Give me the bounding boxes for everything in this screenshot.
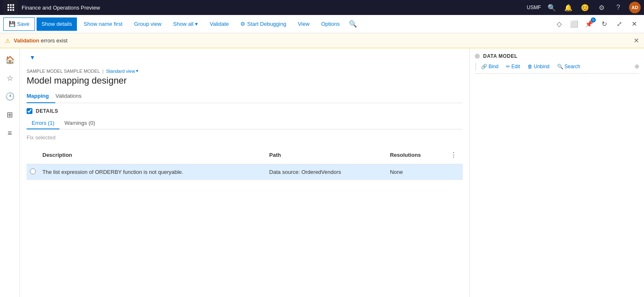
filter-icon[interactable]: ▼ <box>27 52 38 63</box>
sidebar-grid-icon[interactable]: ⊞ <box>2 106 18 123</box>
svg-rect-6 <box>7 9 9 11</box>
details-header: DETAILS <box>27 108 463 114</box>
warning-icon: ⚠ <box>5 37 10 44</box>
edit-icon: ✏ <box>506 64 510 69</box>
fix-selected-button[interactable]: Fix selected <box>27 133 463 142</box>
options-button[interactable]: Options <box>316 17 345 31</box>
svg-rect-4 <box>10 7 12 8</box>
search-button[interactable]: 🔍 Search <box>554 62 584 71</box>
close-icon[interactable]: ✕ <box>627 17 641 31</box>
tab-warnings[interactable]: Warnings (0) <box>59 117 100 129</box>
svg-rect-1 <box>10 4 12 6</box>
refresh-icon[interactable]: ↻ <box>597 17 611 31</box>
search-icon[interactable]: 🔍 <box>546 2 558 13</box>
title-bar-right: USMF 🔍 🔔 😊 ⚙ ? AD <box>527 2 641 13</box>
table-menu-button[interactable]: ⋮ <box>448 149 459 161</box>
unbind-icon: 🗑 <box>528 64 533 69</box>
app-title: Finance and Operations Preview <box>22 5 523 11</box>
validation-text: Validation errors exist <box>14 37 67 44</box>
command-bar: 💾 Save Show details Show name first Grou… <box>0 15 644 33</box>
row-path: Data source: OrderedVendors <box>266 164 387 180</box>
row-resolutions: None <box>387 164 444 180</box>
search-icon: 🔍 <box>557 64 563 69</box>
row-menu-cell <box>444 164 463 180</box>
tab-mapping[interactable]: Mapping <box>27 89 55 103</box>
row-radio[interactable] <box>30 168 36 174</box>
row-description: The list expression of ORDERBY function … <box>39 164 266 180</box>
group-view-button[interactable]: Group view <box>129 17 167 31</box>
details-checkbox[interactable] <box>27 108 32 114</box>
notifications-icon[interactable]: 🔔 <box>563 2 574 13</box>
page-title: Model mapping designer <box>27 75 463 86</box>
save-icon: 💾 <box>9 21 15 27</box>
user-icon[interactable]: 😊 <box>579 2 591 13</box>
page-header: SAMPLE MODEL SAMPLE MODEL | Standard vie… <box>20 63 469 89</box>
data-model-toolbar: 🔗 Bind ✏ Edit 🗑 Unbind 🔍 Search <box>475 62 639 74</box>
user-code: USMF <box>527 5 541 10</box>
main-layout: 🏠 ☆ 🕐 ⊞ ≡ ▼ SAMPLE MODEL SAMPLE MODEL | … <box>0 48 644 297</box>
pin-icon[interactable]: 📌 0 <box>582 17 596 31</box>
grid-menu-button[interactable] <box>3 0 18 15</box>
validate-button[interactable]: Validate <box>205 17 234 31</box>
svg-rect-5 <box>12 7 14 8</box>
svg-rect-7 <box>10 9 12 11</box>
link-icon: 🔗 <box>481 64 487 69</box>
breadcrumb: SAMPLE MODEL SAMPLE MODEL | Standard vie… <box>27 68 463 74</box>
toolbar-search-icon[interactable]: 🔍 <box>346 17 360 31</box>
debug-icon: ⚙ <box>240 21 245 27</box>
svg-rect-0 <box>7 4 9 6</box>
row-radio-cell <box>27 164 39 180</box>
data-model-dot-left <box>475 54 480 59</box>
bind-button[interactable]: 🔗 Bind <box>478 62 502 71</box>
data-model-title: DATA MODEL <box>483 53 518 59</box>
svg-rect-3 <box>7 7 9 8</box>
validation-banner: ⚠ Validation errors exist ✕ <box>0 33 644 48</box>
col-path: Path <box>266 146 387 164</box>
table-row[interactable]: The list expression of ORDERBY function … <box>27 164 463 180</box>
sidebar-clock-icon[interactable]: 🕐 <box>2 88 18 105</box>
settings-icon[interactable]: ⚙ <box>596 2 607 13</box>
view-button[interactable]: View <box>293 17 314 31</box>
layout-icon[interactable]: ⬜ <box>568 17 581 31</box>
popout-icon[interactable]: ⤢ <box>612 17 626 31</box>
sidebar-home-icon[interactable]: 🏠 <box>2 52 18 68</box>
col-description: Description <box>39 146 266 164</box>
sidebar: 🏠 ☆ 🕐 ⊞ ≡ <box>0 48 20 297</box>
sidebar-star-icon[interactable]: ☆ <box>2 70 18 87</box>
data-model-dot-right <box>635 64 639 69</box>
chevron-down-icon: ▾ <box>195 21 198 27</box>
show-details-button[interactable]: Show details <box>37 17 77 31</box>
error-table: Description Path Resolutions ⋮ <box>27 146 463 180</box>
validation-close-button[interactable]: ✕ <box>634 37 639 45</box>
details-section: DETAILS Errors (1) Warnings (0) Fix sele… <box>20 103 469 185</box>
data-model-header: DATA MODEL <box>475 53 639 59</box>
show-name-first-button[interactable]: Show name first <box>79 17 127 31</box>
save-button[interactable]: 💾 Save <box>3 17 35 31</box>
svg-rect-8 <box>12 9 14 11</box>
col-menu: ⋮ <box>444 146 463 164</box>
error-tabs: Errors (1) Warnings (0) <box>27 117 463 129</box>
svg-rect-2 <box>12 4 14 6</box>
tab-errors[interactable]: Errors (1) <box>27 117 59 129</box>
start-debugging-button[interactable]: ⚙ Start Debugging <box>235 17 291 31</box>
breadcrumb-separator: | <box>102 69 104 74</box>
breadcrumb-view[interactable]: Standard view ▾ <box>106 68 138 74</box>
main-tabs: Mapping Validations <box>27 89 463 103</box>
main-content: ▼ SAMPLE MODEL SAMPLE MODEL | Standard v… <box>20 48 469 297</box>
title-bar: Finance and Operations Preview USMF 🔍 🔔 … <box>0 0 644 15</box>
chevron-icon: ▾ <box>136 68 138 74</box>
help-icon[interactable]: ? <box>612 2 624 13</box>
col-select <box>27 146 39 164</box>
show-all-button[interactable]: Show all ▾ <box>168 17 203 31</box>
unbind-button[interactable]: 🗑 Unbind <box>524 62 553 71</box>
right-panel: DATA MODEL 🔗 Bind ✏ Edit 🗑 Unbind 🔍 Sear… <box>469 48 644 297</box>
tab-validations[interactable]: Validations <box>55 89 88 103</box>
col-resolutions: Resolutions <box>387 146 444 164</box>
breadcrumb-model: SAMPLE MODEL SAMPLE MODEL <box>27 69 100 74</box>
sidebar-list-icon[interactable]: ≡ <box>2 125 18 141</box>
edit-button[interactable]: ✏ Edit <box>503 62 523 71</box>
avatar[interactable]: AD <box>629 2 641 13</box>
diamond-icon[interactable]: ◇ <box>553 17 566 31</box>
